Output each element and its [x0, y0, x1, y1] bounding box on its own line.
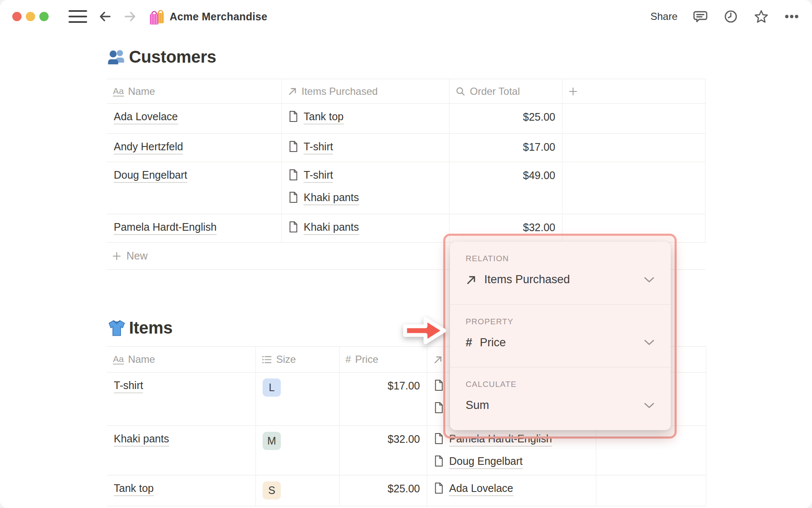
- customer-name-link[interactable]: Andy Hertzfeld: [114, 140, 183, 155]
- empty-cell[interactable]: [562, 162, 705, 214]
- item-name-link[interactable]: Tank top: [114, 481, 154, 496]
- toolbar-actions: Share: [650, 0, 799, 33]
- empty-cell[interactable]: [562, 104, 705, 133]
- relation-item[interactable]: T-shirt: [288, 140, 442, 155]
- forward-button[interactable]: [122, 9, 138, 24]
- traffic-lights: [12, 12, 49, 21]
- property-section-label: PROPERTY: [466, 317, 656, 326]
- column-header-add[interactable]: [562, 79, 705, 103]
- items-purchased-cell[interactable]: Khaki pants: [282, 214, 450, 242]
- share-button[interactable]: Share: [650, 11, 678, 22]
- column-header-label: Items Purchased: [302, 86, 378, 97]
- size-cell[interactable]: L: [256, 373, 340, 425]
- related-page-link[interactable]: T-shirt: [304, 168, 333, 183]
- size-badge: S: [263, 481, 281, 500]
- items-purchased-cell[interactable]: Tank top: [282, 104, 450, 133]
- column-header-size[interactable]: Size: [256, 347, 340, 372]
- order-total-cell[interactable]: $25.00: [450, 104, 562, 133]
- customer-name-cell[interactable]: Pamela Hardt-English: [107, 214, 282, 242]
- items-purchased-cell[interactable]: T-shirt: [282, 134, 450, 162]
- chevron-down-icon: [644, 276, 655, 284]
- annotation-arrow-icon: [402, 313, 447, 348]
- forward-arrow-icon: [123, 9, 137, 24]
- breadcrumb-page-title[interactable]: Acme Merchandise: [149, 8, 267, 25]
- item-name-cell[interactable]: Tank top: [107, 475, 256, 506]
- relation-item[interactable]: Doug Engelbart: [434, 454, 589, 469]
- price-cell[interactable]: $32.00: [340, 426, 427, 475]
- relation-item[interactable]: Khaki pants: [288, 190, 442, 205]
- item-name-link[interactable]: T-shirt: [114, 378, 143, 393]
- purchased-by-cell[interactable]: Ada Lovelace: [427, 475, 596, 506]
- related-page-link[interactable]: Khaki pants: [304, 220, 359, 235]
- customer-name-cell[interactable]: Ada Lovelace: [107, 104, 282, 133]
- order-total-cell[interactable]: $17.00: [450, 134, 562, 162]
- price-cell[interactable]: $17.00: [340, 373, 427, 425]
- customer-name-link[interactable]: Pamela Hardt-English: [114, 220, 217, 235]
- close-window-button[interactable]: [12, 12, 22, 21]
- item-name-cell[interactable]: T-shirt: [107, 373, 256, 425]
- customer-name-link[interactable]: Doug Engelbart: [114, 168, 187, 183]
- item-name-cell[interactable]: Khaki pants: [107, 426, 256, 475]
- relation-item[interactable]: Ada Lovelace: [434, 481, 589, 496]
- related-page-link[interactable]: Doug Engelbart: [449, 454, 523, 469]
- order-total-cell[interactable]: $49.00: [450, 162, 562, 214]
- column-header-order-total[interactable]: Order Total: [450, 79, 562, 103]
- item-name-link[interactable]: Khaki pants: [114, 432, 169, 447]
- relation-item[interactable]: T-shirt: [288, 168, 442, 183]
- column-header-name[interactable]: AaName: [107, 347, 256, 372]
- price-cell[interactable]: $25.00: [340, 475, 427, 506]
- comments-button[interactable]: [693, 9, 708, 24]
- relation-arrow-icon: [433, 355, 443, 364]
- column-header-label: Size: [276, 353, 296, 365]
- ellipsis-icon: [784, 9, 799, 24]
- related-page-link[interactable]: Tank top: [304, 110, 344, 124]
- items-title: Items: [129, 318, 173, 337]
- items-purchased-cell[interactable]: T-shirtKhaki pants: [282, 162, 450, 214]
- calculate-section-label: CALCULATE: [466, 380, 656, 389]
- relation-item[interactable]: Khaki pants: [288, 220, 442, 235]
- aa-text-property-icon: Aa: [113, 86, 124, 97]
- related-page-link[interactable]: Khaki pants: [304, 190, 359, 205]
- customer-name-cell[interactable]: Andy Hertzfeld: [107, 134, 282, 162]
- updates-button[interactable]: [723, 9, 738, 24]
- size-cell[interactable]: M: [256, 426, 340, 475]
- column-header-label: Order Total: [470, 86, 520, 97]
- page-icon: [434, 433, 444, 444]
- empty-cell[interactable]: [562, 134, 705, 162]
- related-page-link[interactable]: T-shirt: [304, 140, 333, 155]
- customers-heading: Customers: [107, 47, 708, 66]
- related-page-link[interactable]: Ada Lovelace: [449, 481, 513, 496]
- customer-name-cell[interactable]: Doug Engelbart: [107, 162, 282, 214]
- relation-arrow-icon: [288, 86, 297, 96]
- customers-table-row: Ada LovelaceTank top$25.00: [107, 104, 705, 134]
- page-icon: [288, 141, 298, 152]
- empty-cell[interactable]: [596, 475, 706, 506]
- property-select[interactable]: # Price: [466, 336, 656, 349]
- column-header-price[interactable]: #Price: [340, 347, 427, 372]
- page-icon: [434, 402, 444, 414]
- order-total-value: $25.00: [523, 111, 555, 123]
- calculate-select[interactable]: Sum: [466, 399, 656, 412]
- minimize-window-button[interactable]: [26, 12, 35, 21]
- zoom-window-button[interactable]: [39, 12, 49, 21]
- size-cell[interactable]: S: [256, 475, 340, 506]
- sidebar-toggle-button[interactable]: [68, 10, 88, 23]
- more-options-button[interactable]: [784, 9, 799, 24]
- price-value: $17.00: [388, 380, 420, 392]
- relation-item[interactable]: Tank top: [288, 110, 442, 124]
- column-header-items-purchased[interactable]: Items Purchased: [282, 79, 450, 103]
- chevron-down-icon: [644, 402, 655, 410]
- annotation-highlight-box: RELATION Items Purchased PROPERTY # Pric…: [443, 234, 677, 439]
- column-header-label: Name: [128, 353, 155, 365]
- favorite-button[interactable]: [754, 9, 769, 24]
- page-icon: [434, 482, 444, 494]
- chevron-down-icon: [644, 339, 655, 347]
- customer-name-link[interactable]: Ada Lovelace: [114, 110, 178, 124]
- relation-select[interactable]: Items Purchased: [466, 273, 656, 286]
- column-header-name[interactable]: AaName: [107, 79, 282, 103]
- back-button[interactable]: [97, 9, 113, 24]
- relation-section-label: RELATION: [466, 254, 656, 263]
- plus-icon: [112, 251, 121, 261]
- order-total-value: $17.00: [523, 141, 555, 153]
- customers-table-row: Doug EngelbartT-shirtKhaki pants$49.00: [107, 162, 705, 214]
